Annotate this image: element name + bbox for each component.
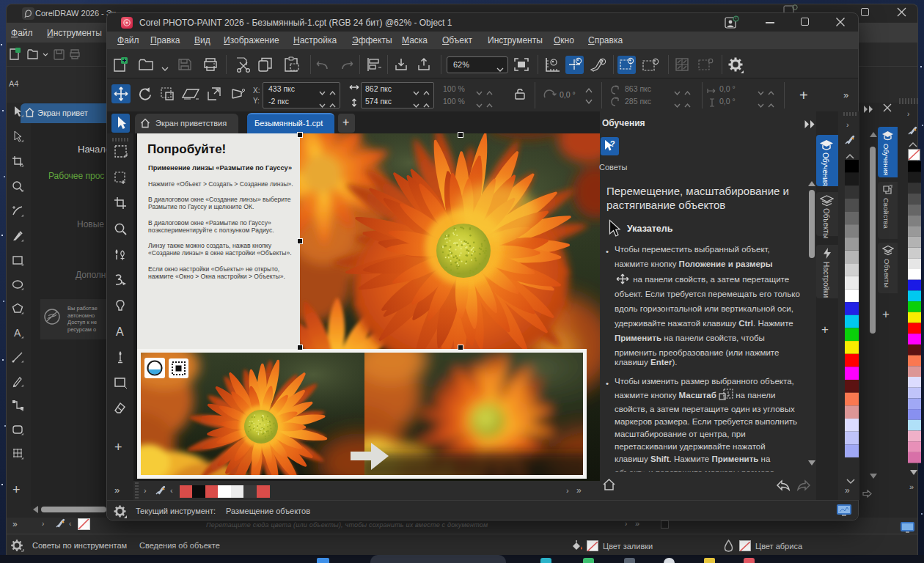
svg-text:?: ? (610, 139, 615, 148)
svg-text:A: A (116, 325, 124, 338)
svg-text:A: A (14, 327, 21, 339)
